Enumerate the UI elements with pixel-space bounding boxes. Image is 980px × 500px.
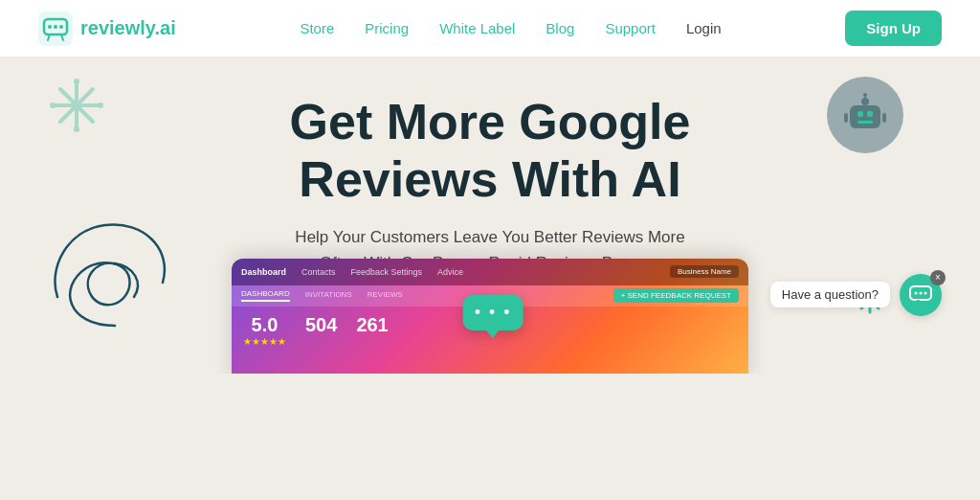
business-badge: Business Name	[670, 265, 739, 278]
robot-svg	[842, 92, 888, 138]
dash-subtab-invitations[interactable]: INVITATIONS	[305, 290, 352, 301]
svg-point-2	[48, 25, 52, 29]
signup-button[interactable]: Sign Up	[845, 11, 942, 46]
nav-item-store[interactable]: Store	[300, 20, 334, 37]
nav-item-login[interactable]: Login	[686, 20, 722, 37]
svg-point-3	[54, 25, 57, 29]
deco-spiral	[38, 211, 191, 345]
nav-item-pricing[interactable]: Pricing	[365, 20, 409, 37]
hero-section: Get More Google Reviews With AI Help You…	[0, 57, 980, 374]
feedback-popup-tail	[485, 329, 501, 338]
svg-rect-13	[850, 105, 880, 128]
stat-value-count1: 504	[305, 314, 337, 336]
chat-close-button[interactable]: ×	[930, 270, 946, 285]
navbar: reviewly.ai Store Pricing White Label Bl…	[0, 0, 980, 57]
logo-text: reviewly.ai	[80, 17, 176, 39]
dash-subtab-dashboard[interactable]: DASHBOARD	[241, 289, 290, 302]
svg-point-4	[59, 25, 63, 29]
chat-bubble-button[interactable]: ×	[900, 274, 942, 316]
svg-point-29	[924, 291, 927, 294]
svg-point-27	[915, 291, 918, 294]
svg-point-12	[98, 102, 103, 108]
dashboard-preview: Dashboard Contacts Feedback Settings Adv…	[232, 259, 748, 374]
svg-point-10	[74, 126, 79, 132]
feedback-popup: • • •	[463, 295, 523, 330]
svg-point-28	[920, 291, 923, 294]
dash-tab-contacts[interactable]: Contacts	[301, 267, 336, 277]
svg-point-19	[863, 93, 867, 97]
dash-tab-advice[interactable]: Advice	[437, 267, 463, 277]
nav-item-support[interactable]: Support	[605, 20, 656, 37]
svg-rect-14	[858, 111, 863, 117]
dash-stat-rating: 5.0 ★★★★★	[243, 314, 286, 347]
dash-tab-feedback-settings[interactable]: Feedback Settings	[351, 267, 423, 277]
svg-point-9	[74, 79, 79, 84]
dash-tab-dashboard[interactable]: Dashboard	[241, 267, 286, 277]
dash-subtab-reviews[interactable]: REVIEWS	[368, 290, 403, 301]
svg-rect-15	[867, 111, 873, 117]
svg-rect-16	[858, 121, 873, 124]
stat-stars: ★★★★★	[243, 336, 286, 347]
deco-robot-icon	[827, 77, 903, 153]
nav-item-white-label[interactable]: White Label	[439, 20, 515, 37]
dashboard-top-bar: Dashboard Contacts Feedback Settings Adv…	[232, 259, 748, 285]
deco-snowflake-topleft	[48, 77, 105, 142]
chat-label: Have a question?	[770, 282, 890, 307]
logo[interactable]: reviewly.ai	[38, 11, 176, 46]
hero-title: Get More Google Reviews With AI	[290, 94, 691, 209]
chat-widget[interactable]: Have a question? ×	[770, 274, 942, 316]
send-feedback-button[interactable]: + SEND FEEDBACK REQUEST	[613, 288, 739, 303]
svg-rect-21	[882, 113, 886, 123]
svg-rect-20	[844, 113, 848, 123]
svg-line-8	[60, 89, 93, 122]
logo-icon	[38, 11, 73, 46]
svg-point-17	[861, 98, 869, 105]
feedback-dots: • • •	[475, 303, 512, 322]
nav-links: Store Pricing White Label Blog Support L…	[300, 20, 721, 37]
stat-value-rating: 5.0	[243, 314, 286, 336]
stat-value-count2: 261	[356, 314, 388, 336]
chat-bubble-icon	[909, 285, 932, 305]
svg-line-7	[60, 89, 93, 122]
dash-stat-count1: 504	[305, 314, 337, 336]
nav-item-blog[interactable]: Blog	[546, 20, 574, 37]
svg-point-11	[50, 102, 56, 108]
dash-stat-count2: 261	[356, 314, 388, 336]
